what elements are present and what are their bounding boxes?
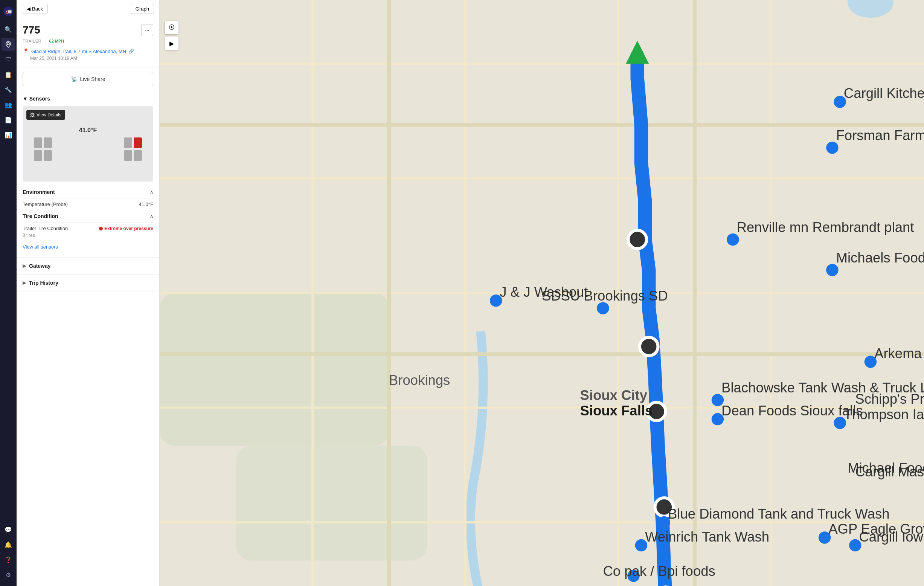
sidebar-chart[interactable]: 📊 — [2, 128, 15, 142]
sidebar-wrench[interactable]: 🔧 — [2, 83, 15, 96]
environment-header[interactable]: Environment ∧ — [23, 186, 153, 198]
alert-dot-icon — [99, 227, 103, 231]
back-button[interactable]: ◀ Back — [22, 4, 48, 14]
environment-subsection: Environment ∧ Temperature (Probe) 41.0°F — [23, 186, 153, 210]
pressure-alert: Extreme over pressure — [99, 226, 153, 231]
svg-text:Michaels Foods gaylord: Michaels Foods gaylord — [836, 250, 924, 266]
svg-point-29 — [826, 142, 838, 154]
tire-rl1 — [124, 137, 132, 148]
graph-button[interactable]: Graph — [130, 4, 154, 14]
image-icon: 🖼 — [30, 112, 35, 117]
tire-rr2 — [134, 150, 142, 161]
svg-rect-8 — [236, 446, 427, 561]
tire-axle-1 — [34, 137, 52, 161]
tire-count: 8 tires — [23, 233, 153, 238]
temperature-value: 41.0°F — [139, 201, 153, 207]
play-button[interactable]: ▶ — [165, 36, 178, 50]
svg-text:Schipp's Pro Power Wash: Schipp's Pro Power Wash — [855, 391, 924, 407]
speed-badge: 62 MPH — [49, 39, 64, 43]
top-bar: ◀ Back Graph — [16, 0, 159, 18]
timestamp: Mar 25, 2021 10:19 AM — [30, 56, 153, 61]
external-link-icon: 🔗 — [129, 49, 134, 54]
svg-text:🚛: 🚛 — [5, 8, 12, 15]
svg-text:Sioux Falls: Sioux Falls — [580, 403, 653, 418]
temperature-label: Temperature (Probe) — [23, 201, 68, 207]
sidebar-search[interactable]: 🔍 — [2, 23, 15, 36]
sidebar: 🚛 🔍 🛡 📋 🔧 👥 📄 📊 💬 🔔 ❓ ⚙ — [0, 0, 16, 586]
tire-ml — [34, 150, 42, 161]
sidebar-help[interactable]: ❓ — [2, 553, 15, 566]
detail-panel: ◀ Back Graph 775 ··· TRAILER · 62 MPH 📍 … — [16, 0, 160, 586]
map-controls: ⦿ ▶ — [165, 21, 178, 50]
sensors-label: ▼ Sensors — [23, 96, 50, 102]
sensor-card: 🖼 View Details 41.0°F — [23, 106, 153, 182]
gateway-label: Gateway — [29, 263, 51, 269]
tire-row-4 — [124, 150, 142, 161]
center-location-button[interactable]: ⦿ — [165, 21, 178, 34]
tire-fl — [34, 137, 42, 148]
temperature-row: Temperature (Probe) 41.0°F — [23, 198, 153, 210]
sidebar-settings[interactable]: ⚙ — [2, 568, 15, 581]
tire-condition-row: Trailer Tire Condition Extreme over pres… — [23, 222, 153, 241]
svg-text:Cargill Iowa falls: Cargill Iowa falls — [859, 529, 924, 545]
share-icon: 📡 — [71, 76, 77, 82]
svg-text:Cargill Kitchen Monticello: Cargill Kitchen Monticello — [844, 86, 924, 101]
live-share-section: 📡 Live Share — [16, 68, 159, 91]
tire-rl2 — [124, 150, 132, 161]
tire-grid — [26, 137, 150, 161]
svg-point-30 — [727, 233, 739, 246]
svg-text:Cargill Mason city: Cargill Mason city — [855, 464, 924, 479]
trip-history-section[interactable]: ▶ Trip History — [16, 274, 159, 292]
tire-rr1-alert — [134, 137, 142, 148]
sidebar-messages[interactable]: 💬 — [2, 523, 15, 536]
svg-text:Renville mn Rembrandt plant: Renville mn Rembrandt plant — [737, 220, 914, 235]
sensors-header[interactable]: ▼ Sensors — [16, 91, 159, 106]
tire-cond-header: Trailer Tire Condition Extreme over pres… — [23, 226, 153, 231]
map-svg: Cargill Kitchen Monticello Forsman Farms… — [160, 0, 924, 586]
svg-text:Blue Diamond Tank and Truck Wa: Blue Diamond Tank and Truck Wash — [668, 506, 890, 522]
svg-point-31 — [826, 264, 838, 276]
sidebar-clipboard[interactable]: 📄 — [2, 113, 15, 127]
view-details-button[interactable]: 🖼 View Details — [26, 110, 65, 120]
map-area: ◀ ⦿ ▶ — [160, 0, 924, 586]
sidebar-tracking[interactable] — [2, 38, 15, 51]
sidebar-group[interactable]: 👥 — [2, 98, 15, 111]
location-pin-icon: 📍 — [23, 48, 29, 54]
temperature-display: 41.0°F — [26, 127, 150, 134]
sensors-content: 🖼 View Details 41.0°F — [16, 106, 159, 257]
asset-type: TRAILER — [23, 39, 41, 43]
tire-fr — [44, 137, 52, 148]
svg-text:Weinrich Tank Wash: Weinrich Tank Wash — [645, 529, 769, 545]
asset-id: 775 — [23, 24, 40, 36]
tire-condition-label: Tire Condition — [23, 213, 58, 219]
gateway-section[interactable]: ▶ Gateway — [16, 258, 159, 274]
tire-mr — [44, 150, 52, 161]
svg-text:Dean Foods Sioux falls: Dean Foods Sioux falls — [721, 403, 863, 418]
sensors-section: ▼ Sensors 🖼 View Details 41.0°F — [16, 91, 159, 258]
asset-header: 775 ··· TRAILER · 62 MPH 📍 Glacial Ridge… — [16, 18, 159, 68]
svg-text:Arkema Blooming: Arkema Blooming — [874, 346, 924, 361]
sidebar-shield[interactable]: 🛡 — [2, 53, 15, 66]
back-arrow-icon: ◀ — [27, 6, 30, 12]
svg-rect-7 — [160, 293, 389, 446]
sidebar-bell[interactable]: 🔔 — [2, 538, 15, 551]
more-options-button[interactable]: ··· — [141, 24, 153, 36]
environment-chevron-icon: ∧ — [150, 190, 153, 195]
collapse-arrow-icon: ▼ — [23, 96, 30, 102]
svg-text:Thompson Ia rembrandt plant: Thompson Ia rembrandt plant — [844, 407, 924, 422]
tire-row-2 — [34, 150, 52, 161]
svg-point-2 — [7, 43, 10, 45]
tire-row-1 — [34, 137, 52, 148]
svg-text:Brookings: Brookings — [389, 373, 450, 388]
svg-text:Sioux City: Sioux City — [580, 388, 648, 403]
location-link[interactable]: Glacial Ridge Trail, 8.7 mi S Alexandria… — [31, 49, 126, 54]
tire-condition-chevron-icon: ∧ — [150, 213, 153, 219]
svg-text:Co pak / Bpi foods: Co pak / Bpi foods — [603, 563, 715, 579]
live-share-button[interactable]: 📡 Live Share — [23, 72, 153, 86]
svg-point-23 — [628, 231, 647, 249]
view-all-sensors-link[interactable]: View all sensors — [23, 241, 153, 253]
sidebar-docs[interactable]: 📋 — [2, 68, 15, 81]
tire-axle-2 — [124, 137, 142, 161]
tire-condition-header[interactable]: Tire Condition ∧ — [23, 210, 153, 222]
svg-point-24 — [640, 337, 658, 356]
